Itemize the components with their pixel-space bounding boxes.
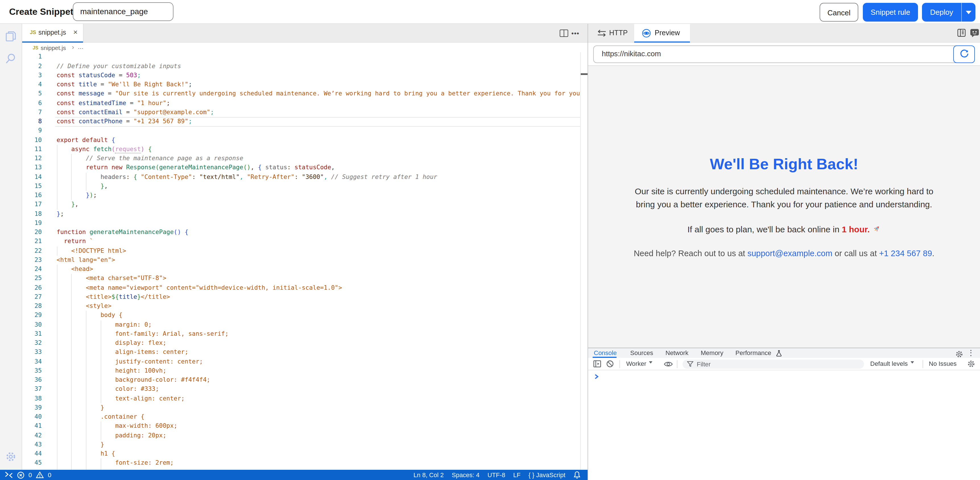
top-bar: Create Snippet maintenance_page Cancel S…: [0, 0, 980, 24]
tab-label[interactable]: snippet.js: [38, 29, 66, 35]
cancel-button[interactable]: Cancel: [819, 3, 858, 21]
devtools-more-icon[interactable]: [970, 350, 972, 356]
cursor-position[interactable]: Ln 8, Col 2: [414, 472, 444, 478]
settings-gear-icon[interactable]: [4, 450, 18, 463]
devtools-settings-icon[interactable]: [956, 350, 963, 358]
notifications-bell-icon[interactable]: [573, 471, 581, 479]
tab-http-label[interactable]: HTTP: [609, 29, 628, 36]
code-line-22: 22<!DOCTYPE html>: [22, 246, 580, 256]
status-bar: 0 0 Ln 8, Col 2 Spaces: 4 UTF-8 LF { } J…: [0, 470, 587, 480]
tab-preview[interactable]: Preview: [634, 24, 690, 43]
code-line-26: 26<meta name="viewport" content="width=d…: [22, 283, 580, 293]
code-line-36: 36background-color: #f4f4f4;: [22, 375, 580, 385]
devtools-tab-bar: Console Sources Network Memory Performan…: [588, 348, 980, 358]
language-mode[interactable]: { } JavaScript: [528, 472, 565, 478]
code-line-6: 6const estimatedTime = "1 hour";: [22, 98, 580, 108]
editor-scrollbar[interactable]: [580, 52, 587, 470]
js-file-icon: JS: [33, 45, 38, 50]
breadcrumb-file[interactable]: snippet.js: [41, 44, 66, 51]
code-line-46: 46color: #2563eb;: [22, 468, 580, 470]
tab-network[interactable]: Network: [665, 349, 689, 356]
code-line-25: 25<meta charset="UTF-8">: [22, 274, 580, 284]
eol[interactable]: LF: [513, 472, 521, 478]
code-line-7: 7const contactEmail = "support@example.c…: [22, 108, 580, 117]
code-line-18: 18};: [22, 209, 580, 219]
reload-icon: [959, 49, 969, 59]
search-icon[interactable]: [4, 51, 18, 65]
split-editor-icon[interactable]: [559, 29, 568, 36]
activity-bar: [0, 24, 22, 470]
code-line-9: 9: [22, 127, 580, 136]
deploy-button[interactable]: Deploy: [922, 3, 975, 21]
tab-snippet-js[interactable]: JS snippet.js ×: [22, 24, 83, 43]
scrollbar-cursor-marker: [581, 73, 587, 75]
console-output[interactable]: [588, 371, 980, 480]
current-line-highlight: [55, 117, 580, 127]
breadcrumb-more[interactable]: …: [78, 43, 84, 50]
code-line-13: 13return new Response(generateMaintenanc…: [22, 163, 580, 173]
snippet-name-input[interactable]: maintenance_page: [73, 2, 173, 21]
code-line-24: 24<head>: [22, 265, 580, 274]
code-line-32: 32display: flex;: [22, 339, 580, 348]
code-line-28: 28<style>: [22, 302, 580, 311]
more-actions-icon[interactable]: •••: [571, 28, 583, 38]
code-line-16: 16});: [22, 191, 580, 200]
code-line-27: 27<title>${title}</title>: [22, 293, 580, 302]
code-line-42: 42padding: 20px;: [22, 431, 580, 440]
tab-sources[interactable]: Sources: [630, 349, 653, 356]
preview-url-row: https://nikitac.com: [588, 43, 980, 66]
warnings-icon[interactable]: [36, 472, 44, 478]
docs-book-icon[interactable]: [957, 28, 967, 37]
code-line-14: 14headers: { "Content-Type": "text/html"…: [22, 173, 580, 182]
feedback-chat-icon[interactable]: [970, 28, 980, 37]
maintenance-message: Our site is currently undergoing schedul…: [632, 185, 936, 211]
http-arrows-icon: [597, 29, 606, 36]
code-line-2: 2// Define your customizable inputs: [22, 62, 580, 71]
tab-http[interactable]: HTTP: [588, 24, 634, 43]
code-line-12: 12// Serve the maintenance page as a res…: [22, 154, 580, 163]
error-count[interactable]: 0: [29, 472, 32, 478]
breadcrumb: JS snippet.js › …: [22, 43, 580, 52]
code-line-34: 34justify-content: center;: [22, 357, 580, 366]
snippet-rule-button[interactable]: Snippet rule: [863, 3, 918, 21]
console-filter[interactable]: Filter: [682, 360, 864, 368]
clear-console-icon[interactable]: [606, 360, 614, 368]
tab-performance[interactable]: Performance: [735, 349, 771, 356]
tab-console[interactable]: Console: [594, 349, 617, 356]
encoding[interactable]: UTF-8: [487, 472, 505, 478]
no-issues-label[interactable]: No Issues: [929, 360, 957, 367]
rocket-emoji: [872, 225, 881, 233]
code-line-30: 30margin: 0;: [22, 320, 580, 330]
phone-link[interactable]: +1 234 567 89: [879, 249, 932, 258]
tab-memory[interactable]: Memory: [701, 349, 723, 356]
indentation[interactable]: Spaces: 4: [452, 472, 479, 478]
code-line-5: 5const message = "Our site is currently …: [22, 89, 580, 99]
files-icon[interactable]: [4, 29, 18, 43]
code-line-38: 38text-align: center;: [22, 394, 580, 403]
preview-eye-icon: [641, 29, 651, 38]
filter-placeholder[interactable]: Filter: [697, 360, 711, 367]
tab-close-icon[interactable]: ×: [73, 28, 78, 36]
preview-viewport: We'll Be Right Back! Our site is current…: [588, 66, 980, 348]
console-eye-icon[interactable]: [664, 361, 673, 368]
support-email-link[interactable]: support@example.com: [748, 249, 832, 258]
code-line-23: 23<html lang="en">: [22, 256, 580, 265]
code-line-4: 4const title = "We'll Be Right Back!";: [22, 80, 580, 89]
remote-indicator-icon[interactable]: [5, 472, 13, 478]
worker-select[interactable]: Worker: [626, 360, 653, 367]
code-line-44: 44h1 {: [22, 449, 580, 459]
reload-button[interactable]: [953, 46, 975, 63]
deploy-button-label[interactable]: Deploy: [922, 3, 961, 21]
errors-icon[interactable]: [17, 471, 24, 478]
code-editor[interactable]: 12// Define your customizable inputs3con…: [22, 52, 580, 470]
warning-count[interactable]: 0: [48, 472, 51, 478]
code-line-37: 37color: #333;: [22, 385, 580, 394]
tab-preview-label[interactable]: Preview: [655, 29, 680, 36]
console-settings-icon[interactable]: [967, 360, 975, 368]
code-line-41: 41max-width: 600px;: [22, 422, 580, 431]
url-input[interactable]: https://nikitac.com: [593, 46, 966, 63]
default-levels-select[interactable]: Default levels: [870, 360, 914, 367]
deploy-dropdown-caret[interactable]: [961, 3, 975, 21]
maintenance-heading: We'll Be Right Back!: [632, 156, 936, 173]
console-sidebar-icon[interactable]: [593, 360, 601, 368]
